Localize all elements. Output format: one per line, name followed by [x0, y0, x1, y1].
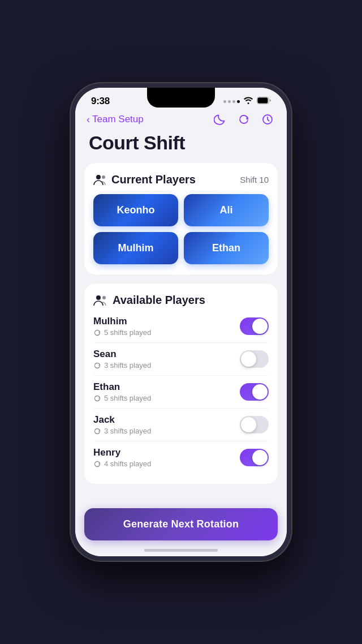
notch	[147, 88, 215, 108]
shift-badge: Shift 10	[240, 175, 269, 184]
available-players-card: Available Players Mulhim 5 shi	[84, 284, 278, 484]
generate-btn-container: Generate Next Rotation	[75, 501, 287, 556]
available-players-title: Available Players	[113, 294, 205, 307]
chevron-left-icon: ‹	[87, 114, 90, 126]
nav-bar: ‹ Team Setup	[75, 107, 287, 130]
current-players-card: Current Players Shift 10 Keonho Ali Mulh…	[84, 163, 278, 274]
wifi-icon	[243, 96, 253, 106]
current-players-title: Current Players	[111, 173, 196, 186]
list-item: Sean 3 shifts played	[93, 343, 269, 376]
nav-action-icons	[212, 111, 275, 127]
signal-icon	[223, 100, 240, 103]
player-mulhim-shifts: 5 shifts played	[93, 328, 240, 337]
page-title: Court Shift	[75, 130, 287, 163]
player-jack-name: Jack	[93, 414, 240, 426]
list-item: Ethan 5 shifts played	[93, 376, 269, 409]
toggle-jack[interactable]	[240, 416, 269, 433]
toggle-thumb	[252, 384, 268, 400]
clock-icon[interactable]	[260, 111, 275, 127]
status-icons	[223, 96, 271, 106]
battery-icon	[257, 96, 271, 106]
player-btn-mulhim[interactable]: Mulhim	[93, 232, 178, 264]
player-sean-shifts: 3 shifts played	[93, 361, 240, 370]
toggle-ethan[interactable]	[240, 383, 269, 401]
player-henry-shifts: 4 shifts played	[93, 460, 240, 468]
player-mulhim-name: Mulhim	[93, 316, 240, 327]
available-players-title-row: Available Players	[93, 294, 205, 307]
refresh-icon[interactable]	[236, 111, 252, 127]
list-item: Jack 3 shifts played	[93, 409, 269, 441]
refresh-small-icon	[93, 394, 101, 402]
list-item: Mulhim 5 shifts played	[93, 310, 269, 343]
toggle-thumb	[252, 319, 268, 334]
player-jack-info: Jack 3 shifts played	[93, 414, 240, 435]
current-players-grid: Keonho Ali Mulhim Ethan	[93, 194, 269, 264]
player-henry-info: Henry 4 shifts played	[93, 447, 240, 468]
player-ethan-name: Ethan	[93, 381, 240, 393]
home-indicator	[144, 549, 218, 552]
toggle-thumb	[252, 450, 268, 465]
player-btn-ali[interactable]: Ali	[184, 194, 269, 226]
svg-point-3	[96, 175, 101, 179]
svg-rect-1	[258, 98, 268, 104]
refresh-small-icon	[93, 362, 101, 370]
svg-point-5	[96, 295, 101, 300]
player-sean-info: Sean 3 shifts played	[93, 349, 240, 370]
toggle-thumb	[241, 351, 256, 367]
content-area: Current Players Shift 10 Keonho Ali Mulh…	[75, 163, 287, 541]
player-mulhim-info: Mulhim 5 shifts played	[93, 316, 240, 337]
toggle-henry[interactable]	[240, 449, 269, 466]
people-icon	[93, 174, 107, 186]
back-label: Team Setup	[92, 114, 144, 125]
available-players-header: Available Players	[93, 294, 269, 307]
generate-rotation-button[interactable]: Generate Next Rotation	[84, 508, 278, 540]
player-btn-ethan[interactable]: Ethan	[184, 232, 269, 264]
refresh-small-icon	[93, 427, 101, 435]
toggle-thumb	[241, 417, 256, 432]
player-jack-shifts: 3 shifts played	[93, 427, 240, 435]
current-players-title-row: Current Players	[93, 173, 196, 186]
refresh-small-icon	[93, 329, 101, 337]
moon-icon[interactable]	[212, 111, 228, 127]
available-people-icon	[93, 295, 108, 306]
player-ethan-shifts: 5 shifts played	[93, 394, 240, 402]
phone-screen: 9:38	[75, 88, 287, 556]
player-btn-keonho[interactable]: Keonho	[93, 194, 178, 226]
toggle-sean[interactable]	[240, 350, 269, 368]
player-ethan-info: Ethan 5 shifts played	[93, 381, 240, 402]
phone-frame: 9:38	[71, 83, 291, 561]
refresh-small-icon	[93, 460, 101, 468]
back-button[interactable]: ‹ Team Setup	[87, 114, 144, 126]
svg-point-6	[102, 296, 106, 299]
player-sean-name: Sean	[93, 349, 240, 360]
toggle-mulhim[interactable]	[240, 317, 269, 335]
player-henry-name: Henry	[93, 447, 240, 458]
list-item: Henry 4 shifts played	[93, 441, 269, 474]
svg-point-4	[102, 175, 105, 179]
status-time: 9:38	[91, 96, 110, 107]
current-players-header: Current Players Shift 10	[93, 173, 269, 186]
